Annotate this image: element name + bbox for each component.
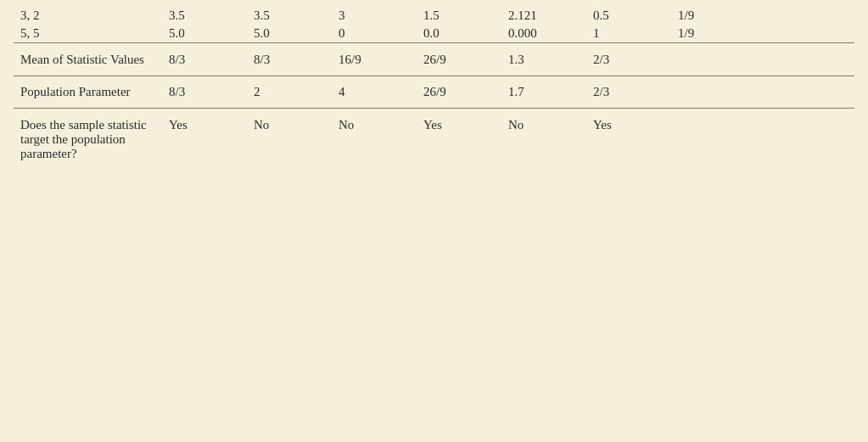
mean-col7 — [671, 44, 854, 76]
mean-col1: 8/3 — [162, 44, 247, 76]
row-label: 5, 5 — [14, 25, 162, 43]
mean-label: Mean of Statistic Values — [14, 44, 162, 76]
cell-val: 0.0 — [417, 25, 501, 43]
does-col6: Yes — [586, 109, 671, 176]
cell-val: 0.5 — [586, 7, 671, 25]
population-col3: 4 — [332, 76, 417, 109]
mean-col5: 1.3 — [501, 44, 586, 76]
cell-val: 0.000 — [501, 25, 586, 43]
mean-statistic-row: Mean of Statistic Values 8/3 8/3 16/9 26… — [14, 44, 854, 76]
row-label: 3, 2 — [14, 7, 162, 25]
does-col7 — [671, 109, 854, 176]
mean-col2: 8/3 — [247, 44, 332, 76]
does-statistic-target-row: Does the sample statistic target the pop… — [14, 109, 854, 176]
does-col3: No — [332, 109, 417, 176]
page-container: 3, 2 3.5 3.5 3 1.5 2.121 0.5 1/9 5, 5 5.… — [0, 0, 868, 442]
population-col6: 2/3 — [586, 76, 671, 109]
cell-val: 1/9 — [671, 7, 854, 25]
cell-val: 0 — [332, 25, 417, 43]
does-col4: Yes — [417, 109, 501, 176]
cell-val: 1/9 — [671, 25, 854, 43]
cell-val: 3 — [332, 7, 417, 25]
population-label: Population Parameter — [14, 76, 162, 109]
cell-val: 5.0 — [247, 25, 332, 43]
population-col1: 8/3 — [162, 76, 247, 109]
table-wrapper: 3, 2 3.5 3.5 3 1.5 2.121 0.5 1/9 5, 5 5.… — [0, 0, 868, 442]
cell-val: 5.0 — [162, 25, 247, 43]
table-row: 3, 2 3.5 3.5 3 1.5 2.121 0.5 1/9 — [14, 7, 854, 25]
mean-col3: 16/9 — [332, 44, 417, 76]
population-col7 — [671, 76, 854, 109]
does-col5: No — [501, 109, 586, 176]
mean-col6: 2/3 — [586, 44, 671, 76]
cell-val: 3.5 — [247, 7, 332, 25]
cell-val: 1.5 — [417, 7, 501, 25]
population-parameter-row: Population Parameter 8/3 2 4 26/9 1.7 2/… — [14, 76, 854, 109]
cell-val: 1 — [586, 25, 671, 43]
mean-col4: 26/9 — [417, 44, 501, 76]
population-col4: 26/9 — [417, 76, 501, 109]
does-col1: Yes — [162, 109, 247, 176]
population-col5: 1.7 — [501, 76, 586, 109]
does-col2: No — [247, 109, 332, 176]
cell-val: 3.5 — [162, 7, 247, 25]
cell-val: 2.121 — [501, 7, 586, 25]
table-row: 5, 5 5.0 5.0 0 0.0 0.000 1 1/9 — [14, 25, 854, 43]
population-col2: 2 — [247, 76, 332, 109]
does-label: Does the sample statistic target the pop… — [14, 109, 162, 176]
statistics-table: 3, 2 3.5 3.5 3 1.5 2.121 0.5 1/9 5, 5 5.… — [14, 7, 854, 176]
